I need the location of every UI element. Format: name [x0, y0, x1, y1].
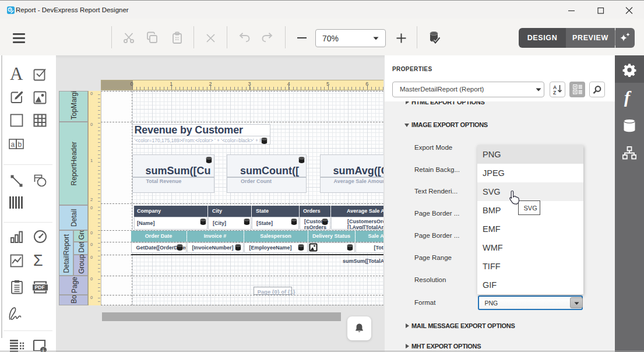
- svg-text:a: a: [11, 140, 15, 149]
- svg-text:PDF: PDF: [35, 284, 45, 290]
- svg-text:b: b: [18, 140, 22, 149]
- svg-text:Z: Z: [553, 90, 556, 96]
